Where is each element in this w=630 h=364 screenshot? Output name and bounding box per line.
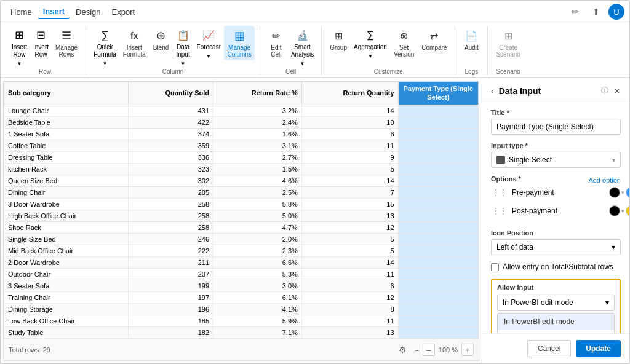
table-row[interactable]: Mid Back Office Chair2222.3%5 <box>4 245 479 256</box>
table-cell[interactable]: 3.1% <box>213 140 302 151</box>
table-cell[interactable] <box>398 175 478 186</box>
table-cell[interactable]: 4.1% <box>213 303 302 315</box>
audit-btn[interactable]: 📄 Audit <box>460 26 482 53</box>
table-cell[interactable]: 5 <box>301 163 398 175</box>
allow-entry-checkbox[interactable] <box>491 263 499 271</box>
table-cell[interactable] <box>398 268 478 280</box>
table-row[interactable]: Dining Chair2852.5%7 <box>4 186 479 198</box>
table-cell[interactable] <box>398 245 478 256</box>
table-cell[interactable] <box>398 303 478 315</box>
menu-export[interactable]: Export <box>107 6 140 18</box>
quick-formula-btn[interactable]: ∑ QuickFormula ▼ <box>91 26 119 67</box>
table-cell[interactable]: 2.7% <box>213 151 302 163</box>
table-cell[interactable]: 6.1% <box>213 291 302 303</box>
table-cell[interactable]: Bedside Table <box>4 116 129 128</box>
table-cell[interactable]: 7.1% <box>213 326 302 338</box>
table-cell[interactable]: 4.7% <box>213 221 302 233</box>
table-cell[interactable] <box>398 233 478 245</box>
table-cell[interactable]: 14 <box>301 105 398 116</box>
table-cell[interactable]: Training Chair <box>4 291 129 303</box>
table-cell[interactable]: 8 <box>301 303 398 315</box>
bg-color-swatch-1[interactable] <box>626 187 629 198</box>
table-cell[interactable]: Coffee Table <box>4 140 129 151</box>
table-row[interactable]: Lounge Chair4313.2%14 <box>4 105 479 116</box>
table-cell[interactable]: 1.6% <box>213 128 302 140</box>
table-cell[interactable]: 12 <box>301 221 398 233</box>
table-cell[interactable]: High Back Office Chair <box>4 210 129 221</box>
aggregation-btn[interactable]: ∑ Aggregation ▼ <box>351 26 389 60</box>
table-row[interactable]: Study Table1827.1%13 <box>4 326 479 338</box>
table-row[interactable]: Training Chair1976.1%12 <box>4 291 479 303</box>
text-color-swatch-2[interactable] <box>609 205 620 216</box>
table-cell[interactable]: 2.5% <box>213 186 302 198</box>
table-cell[interactable] <box>398 151 478 163</box>
table-cell[interactable]: 4.6% <box>213 175 302 186</box>
table-cell[interactable]: 6.6% <box>213 256 302 268</box>
add-option-btn[interactable]: Add option <box>588 176 621 184</box>
table-cell[interactable]: 197 <box>129 291 213 303</box>
table-cell[interactable] <box>398 186 478 198</box>
table-cell[interactable]: 5.0% <box>213 210 302 221</box>
table-cell[interactable]: 12 <box>301 291 398 303</box>
text-color-arrow-2[interactable]: ▾ <box>621 208 624 214</box>
table-cell[interactable] <box>398 105 478 116</box>
table-cell[interactable]: Low Back Office Chair <box>4 315 129 326</box>
table-row[interactable]: Coffee Table3593.1%11 <box>4 140 479 151</box>
table-cell[interactable]: 3.2% <box>213 105 302 116</box>
text-color-swatch-1[interactable] <box>609 187 620 198</box>
table-cell[interactable]: 11 <box>301 315 398 326</box>
edit-icon[interactable]: ✏ <box>567 3 584 20</box>
table-cell[interactable]: 185 <box>129 315 213 326</box>
table-cell[interactable]: 13 <box>301 326 398 338</box>
table-cell[interactable] <box>398 198 478 210</box>
table-row[interactable]: Shoe Rack2584.7%12 <box>4 221 479 233</box>
table-cell[interactable]: 323 <box>129 163 213 175</box>
table-cell[interactable]: 2.3% <box>213 245 302 256</box>
table-row[interactable]: Queen Size Bed3024.6%14 <box>4 175 479 186</box>
avatar-icon[interactable]: U <box>608 4 624 20</box>
table-cell[interactable]: 7 <box>301 186 398 198</box>
table-cell[interactable]: 199 <box>129 280 213 291</box>
manage-rows-btn[interactable]: ☰ ManageRows <box>52 26 81 60</box>
table-cell[interactable]: 182 <box>129 326 213 338</box>
bg-color-swatch-2[interactable] <box>626 205 629 216</box>
table-row[interactable]: kitchen Rack3231.5%5 <box>4 163 479 175</box>
table-row[interactable]: Dining Storage1964.1%8 <box>4 303 479 315</box>
table-cell[interactable] <box>398 163 478 175</box>
forecast-btn[interactable]: 📈 Forecast ▼ <box>194 26 223 60</box>
table-row[interactable]: Low Back Office Chair1855.9%11 <box>4 315 479 326</box>
table-cell[interactable]: 3.0% <box>213 280 302 291</box>
text-color-arrow-1[interactable]: ▾ <box>621 189 624 196</box>
table-row[interactable]: Dressing Table3362.7%9 <box>4 151 479 163</box>
option-name-1[interactable] <box>509 187 607 198</box>
table-cell[interactable]: 207 <box>129 268 213 280</box>
table-cell[interactable]: 422 <box>129 116 213 128</box>
table-cell[interactable]: Dressing Table <box>4 151 129 163</box>
table-cell[interactable]: 2.4% <box>213 116 302 128</box>
insert-row-btn[interactable]: ⊞ InsertRow ▼ <box>9 26 30 67</box>
table-cell[interactable]: Shoe Rack <box>4 221 129 233</box>
table-row[interactable]: Outdoor Chair2075.3%11 <box>4 268 479 280</box>
table-row[interactable]: 2 Door Wardrobe2116.6%14 <box>4 256 479 268</box>
table-cell[interactable]: 222 <box>129 245 213 256</box>
table-cell[interactable]: 196 <box>129 303 213 315</box>
table-cell[interactable]: 13 <box>301 210 398 221</box>
share-icon[interactable]: ⬆ <box>588 3 605 20</box>
zoom-out-btn[interactable]: – <box>423 344 435 356</box>
table-cell[interactable]: 9 <box>301 151 398 163</box>
table-cell[interactable]: 258 <box>129 221 213 233</box>
table-cell[interactable] <box>398 280 478 291</box>
table-cell[interactable] <box>398 326 478 338</box>
table-cell[interactable]: Lounge Chair <box>4 105 129 116</box>
invert-row-btn[interactable]: ⊟ InvertRow <box>31 26 51 60</box>
table-cell[interactable]: 258 <box>129 198 213 210</box>
table-row[interactable]: High Back Office Chair2585.0%13 <box>4 210 479 221</box>
table-cell[interactable]: Single Size Bed <box>4 233 129 245</box>
panel-back-btn[interactable]: ‹ <box>491 86 494 96</box>
table-cell[interactable]: 5 <box>301 245 398 256</box>
option-name-2[interactable] <box>509 205 607 216</box>
table-cell[interactable]: 5.9% <box>213 315 302 326</box>
menu-design[interactable]: Design <box>71 6 105 18</box>
table-cell[interactable]: Queen Size Bed <box>4 175 129 186</box>
allow-input-select[interactable]: In PowerBI edit mode ▾ <box>497 295 615 311</box>
